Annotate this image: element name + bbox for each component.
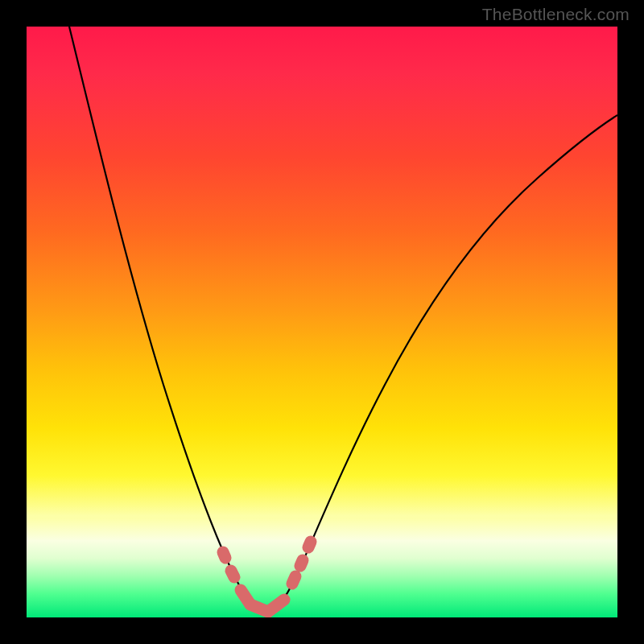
plot-area	[27, 27, 617, 617]
chart-container: TheBottleneck.com	[0, 0, 644, 644]
curve-path	[69, 27, 617, 613]
watermark-text: TheBottleneck.com	[482, 5, 630, 24]
marker-band	[223, 542, 311, 612]
bottleneck-curve	[27, 27, 617, 617]
